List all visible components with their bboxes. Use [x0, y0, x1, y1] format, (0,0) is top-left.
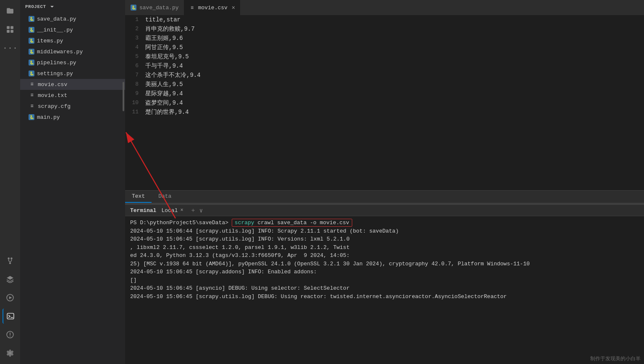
file-name: pipelines.py — [37, 60, 76, 66]
line-content: 这个杀手不太冷,9.4 — [145, 71, 201, 80]
terminal-add-icon[interactable]: ＋ — [190, 207, 196, 214]
terminal-title: Terminal — [130, 207, 156, 214]
terminal-prompt: PS D:\pythonProject5\saveData> — [130, 220, 232, 226]
line-content: 美丽人生,9.5 — [145, 80, 183, 89]
svg-rect-1 — [10, 26, 13, 29]
view-tab-data[interactable]: Data — [152, 191, 178, 203]
svg-point-10 — [10, 336, 10, 337]
terminal-tab-close[interactable]: × — [180, 207, 183, 213]
file-tree: 🐍save_data.py🐍__init__.py🐍items.py🐍middl… — [20, 13, 125, 364]
line-number: 3 — [125, 34, 145, 43]
chevron-down-icon — [49, 3, 55, 10]
file-name: movie.csv — [38, 81, 67, 88]
csv-icon: ≡ — [29, 81, 35, 88]
code-line-5: 5泰坦尼克号,9.5 — [125, 52, 644, 61]
file-item-movie-txt[interactable]: ≡movie.txt — [20, 90, 125, 101]
terminal-chevron-icon[interactable]: ∨ — [199, 207, 203, 214]
tab-movie-csv[interactable]: ≡ movie.csv × — [184, 0, 241, 15]
sidebar-scrollbar[interactable] — [123, 82, 124, 111]
activity-icon-layout[interactable] — [3, 22, 18, 37]
file-name: save_data.py — [37, 16, 76, 22]
py-icon: 🐍 — [29, 49, 34, 55]
terminal-log-line-1: 2024-05-10 15:06:45 [scrapy.utils.log] I… — [130, 235, 639, 244]
activity-icon-git[interactable] — [3, 253, 18, 268]
activity-icon-layers[interactable] — [3, 272, 18, 287]
line-number: 7 — [125, 71, 145, 80]
file-item-middlewares-py[interactable]: 🐍middlewares.py — [20, 46, 125, 57]
line-content: 星际穿越,9.4 — [145, 89, 183, 98]
file-item-settings-py[interactable]: 🐍settings.py — [20, 68, 125, 79]
view-tab-text[interactable]: Text — [125, 191, 152, 203]
terminal-content[interactable]: PS D:\pythonProject5\saveData> scrapy cr… — [125, 216, 644, 364]
file-name: items.py — [37, 38, 63, 44]
code-line-2: 2肖申克的救赎,9.7 — [125, 24, 644, 34]
activity-icon-settings[interactable] — [3, 346, 18, 361]
terminal-local-tab[interactable]: Local × — [161, 207, 183, 214]
py-icon: 🐍 — [29, 60, 34, 65]
py-icon: 🐍 — [29, 71, 34, 76]
svg-rect-3 — [10, 30, 13, 33]
activity-icon-terminal[interactable] — [3, 309, 18, 324]
activity-icon-warning[interactable] — [3, 327, 18, 342]
terminal-log-line-5: 2024-05-10 15:06:45 [scrapy.addons] INFO… — [130, 268, 639, 276]
tab-save-data-label: save_data.py — [139, 5, 179, 11]
file-item-__init__-py[interactable]: 🐍__init__.py — [20, 24, 125, 35]
code-line-1: 1title,star — [125, 15, 644, 24]
watermark: 制作于发现美的小白羊 — [587, 354, 644, 364]
file-name: __init__.py — [37, 27, 73, 33]
terminal-tab-name: Local — [161, 207, 178, 214]
line-number: 11 — [125, 107, 145, 117]
line-content: 千与千寻,9.4 — [145, 61, 183, 71]
tab-save-data[interactable]: 🐍 save_data.py — [125, 0, 184, 15]
svg-point-4 — [8, 257, 10, 259]
line-number: 2 — [125, 24, 145, 34]
file-name: movie.txt — [38, 92, 67, 99]
terminal-log-line-8: 2024-05-10 15:06:45 [scrapy.utils.log] D… — [130, 293, 639, 301]
line-number: 10 — [125, 98, 145, 107]
editor-area: 1title,star2肖申克的救赎,9.73霸王别姬,9.64阿甘正传,9.5… — [125, 15, 644, 203]
code-line-9: 9星际穿越,9.4 — [125, 89, 644, 98]
terminal-log-line-7: 2024-05-10 15:06:45 [asyncio] DEBUG: Usi… — [130, 284, 639, 293]
terminal-log-line-6: [] — [130, 276, 639, 285]
code-line-4: 4阿甘正传,9.5 — [125, 43, 644, 52]
py-icon: 🐍 — [29, 38, 34, 44]
py-icon: 🐍 — [29, 27, 34, 33]
activity-icon-play[interactable] — [3, 290, 18, 305]
code-content[interactable]: 1title,star2肖申克的救赎,9.73霸王别姬,9.64阿甘正传,9.5… — [125, 15, 644, 190]
svg-point-5 — [10, 257, 13, 259]
terminal-command-box: scrapy crawl save_data -o movie.csv — [232, 219, 352, 227]
line-content: 肖申克的救赎,9.7 — [145, 24, 195, 34]
sidebar-title: Project — [25, 4, 46, 9]
tab-csv-icon: ≡ — [189, 5, 196, 11]
activity-icon-folder[interactable] — [3, 3, 18, 18]
view-tabs: Text Data — [125, 190, 644, 203]
code-line-11: 11楚门的世界,9.4 — [125, 107, 644, 117]
file-item-pipelines-py[interactable]: 🐍pipelines.py — [20, 57, 125, 68]
svg-point-6 — [9, 262, 11, 264]
txt-icon: ≡ — [29, 92, 35, 99]
tab-close-icon[interactable]: × — [232, 5, 235, 11]
terminal-log-line-0: 2024-05-10 15:06:44 [scrapy.utils.log] I… — [130, 227, 639, 236]
file-name: main.py — [37, 114, 60, 120]
terminal-prompt-line: PS D:\pythonProject5\saveData> scrapy cr… — [130, 219, 639, 227]
file-item-scrapy-cfg[interactable]: ≡scrapy.cfg — [20, 101, 125, 112]
file-name: middlewares.py — [37, 49, 83, 55]
line-content: title,star — [145, 15, 181, 24]
cfg-icon: ≡ — [29, 103, 35, 110]
line-number: 9 — [125, 89, 145, 98]
file-item-movie-csv[interactable]: ≡movie.csv — [20, 79, 125, 90]
terminal-log-line-2: , libxml2 2.11.7, cssselect 1.2.0, parse… — [130, 244, 639, 252]
file-item-items-py[interactable]: 🐍items.py — [20, 35, 125, 46]
line-number: 6 — [125, 61, 145, 71]
line-content: 霸王别姬,9.6 — [145, 34, 183, 43]
code-line-10: 10盗梦空间,9.4 — [125, 98, 644, 107]
terminal-header: Terminal Local × ＋ ∨ — [125, 205, 644, 216]
sidebar-header[interactable]: Project — [20, 0, 125, 13]
code-line-8: 8美丽人生,9.5 — [125, 80, 644, 89]
file-item-main-py[interactable]: 🐍main.py — [20, 112, 125, 123]
activity-icon-more[interactable]: ··· — [3, 40, 18, 55]
py-icon: 🐍 — [29, 114, 34, 120]
file-item-save_data-py[interactable]: 🐍save_data.py — [20, 13, 125, 24]
line-content: 阿甘正传,9.5 — [145, 43, 183, 52]
terminal-panel: Terminal Local × ＋ ∨ PS D:\pythonProject… — [125, 204, 644, 364]
